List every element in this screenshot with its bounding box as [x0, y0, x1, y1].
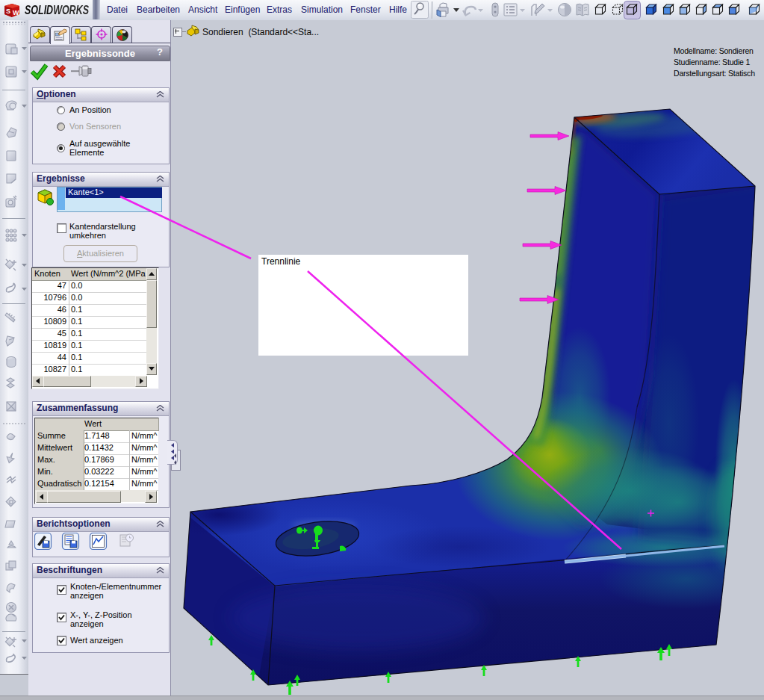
svg-text:W: W: [13, 9, 19, 16]
svg-text:S: S: [6, 7, 10, 15]
